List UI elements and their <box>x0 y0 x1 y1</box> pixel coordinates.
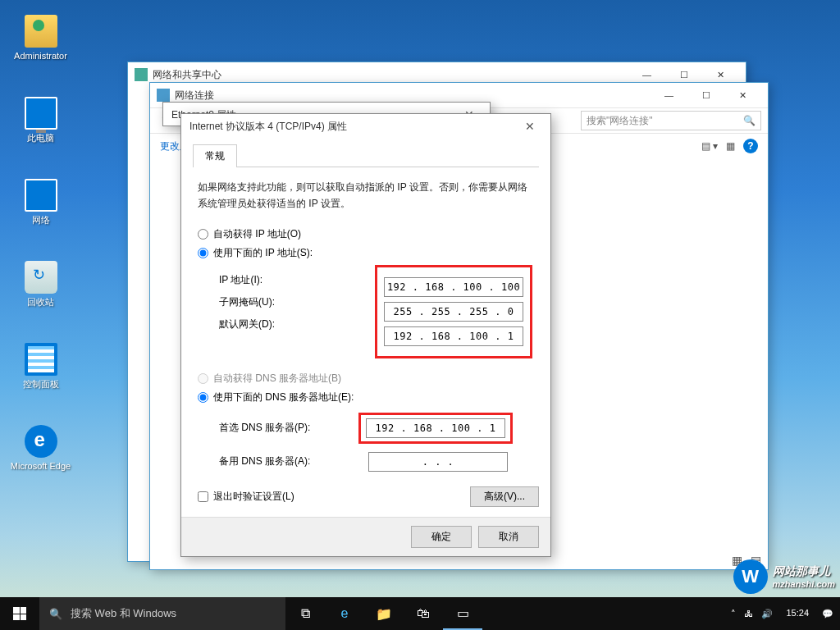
radio-auto-ip-row[interactable]: 自动获得 IP 地址(O) <box>198 227 534 241</box>
close-button[interactable]: ✕ <box>724 84 761 107</box>
network-center-icon <box>135 68 148 81</box>
help-icon[interactable]: ? <box>743 139 758 153</box>
tray-notifications-icon[interactable]: 💬 <box>822 609 833 619</box>
taskbar-search[interactable]: 🔍 搜索 Web 和 Windows <box>39 597 285 630</box>
watermark: W 网站那事儿 mzhanshi.com <box>733 559 835 594</box>
edge-icon <box>25 425 57 458</box>
dns1-label: 首选 DNS 服务器(P): <box>219 421 358 435</box>
view-details-button[interactable]: ▦ <box>726 140 735 152</box>
mask-input[interactable]: 255 . 255 . 255 . 0 <box>384 302 523 322</box>
desktop-icon-this-pc[interactable]: 此电脑 <box>10 97 71 144</box>
desktop-icon-recycle-bin[interactable]: 回收站 <box>10 261 71 308</box>
radio-static-ip[interactable] <box>198 248 208 258</box>
desktop-icon-administrator[interactable]: Administrator <box>10 15 71 62</box>
radio-static-dns[interactable] <box>198 392 208 403</box>
validate-row: 退出时验证设置(L) 高级(V)... <box>198 486 539 507</box>
window-title-text: 网络和共享中心 <box>153 68 221 82</box>
advanced-button[interactable]: 高级(V)... <box>470 486 539 507</box>
taskbar-explorer-icon[interactable]: 📁 <box>364 597 404 630</box>
search-box[interactable]: 搜索"网络连接" 🔍 <box>581 111 761 130</box>
window-title-text: 网络连接 <box>175 89 214 103</box>
search-icon: 🔍 <box>49 608 62 620</box>
dialog-footer: 确定 取消 <box>181 517 550 556</box>
radio-auto-dns <box>198 373 208 384</box>
dns2-label: 备用 DNS 服务器(A): <box>219 454 358 468</box>
tray-clock[interactable]: 15:24 <box>781 608 814 619</box>
dns-group: 自动获得 DNS 服务器地址(B) 使用下面的 DNS 服务器地址(E): 首选… <box>198 372 534 472</box>
start-button[interactable] <box>0 597 39 630</box>
recycle-bin-icon <box>25 261 57 294</box>
radio-static-dns-row[interactable]: 使用下面的 DNS 服务器地址(E): <box>198 390 534 404</box>
gateway-label: 默认网关(D): <box>219 317 358 331</box>
tab-strip: 常规 <box>193 144 539 167</box>
user-folder-icon <box>25 15 57 48</box>
taskbar-app-icon[interactable]: ▭ <box>443 597 482 630</box>
tab-general[interactable]: 常规 <box>193 144 237 167</box>
taskbar-edge-icon[interactable]: e <box>325 597 364 630</box>
system-tray[interactable]: ˄ 🖧 🔊 15:24 💬 <box>731 597 840 630</box>
ip-highlight-box: 192 . 168 . 100 . 100 255 . 255 . 255 . … <box>375 265 532 358</box>
mask-label: 子网掩码(U): <box>219 295 358 309</box>
maximize-button[interactable]: ☐ <box>687 84 724 107</box>
dialog-title-text: Internet 协议版本 4 (TCP/IPv4) 属性 <box>189 120 347 134</box>
watermark-badge-icon: W <box>733 559 768 594</box>
close-button[interactable]: ✕ <box>518 117 542 135</box>
tray-network-icon[interactable]: 🖧 <box>744 609 753 619</box>
dialog-titlebar[interactable]: Internet 协议版本 4 (TCP/IPv4) 属性 ✕ <box>181 114 550 139</box>
dns2-input[interactable]: . . . <box>368 452 508 472</box>
taskbar[interactable]: 🔍 搜索 Web 和 Windows ⧉ e 📁 🛍 ▭ ˄ 🖧 🔊 15:24… <box>0 597 840 630</box>
radio-auto-ip[interactable] <box>198 229 208 240</box>
ip-group: 自动获得 IP 地址(O) 使用下面的 IP 地址(S): IP 地址(I): … <box>198 227 534 358</box>
dns2-row: 备用 DNS 服务器(A): . . . <box>219 452 534 472</box>
view-layout-button[interactable]: ▤ ▾ <box>701 140 718 152</box>
ip-label: IP 地址(I): <box>219 273 358 287</box>
radio-static-ip-row[interactable]: 使用下面的 IP 地址(S): <box>198 246 534 260</box>
radio-auto-dns-row: 自动获得 DNS 服务器地址(B) <box>198 372 534 386</box>
tray-volume-icon[interactable]: 🔊 <box>761 609 773 619</box>
dialog-ipv4-properties[interactable]: Internet 协议版本 4 (TCP/IPv4) 属性 ✕ 常规 如果网络支… <box>180 113 551 557</box>
ip-input[interactable]: 192 . 168 . 100 . 100 <box>384 277 523 297</box>
gateway-input[interactable]: 192 . 168 . 100 . 1 <box>384 326 523 346</box>
desktop-icon-edge[interactable]: Microsoft Edge <box>10 425 71 472</box>
desktop-icon-network[interactable]: 网络 <box>10 179 71 226</box>
dns1-highlight-box: 192 . 168 . 100 . 1 <box>358 413 513 444</box>
minimize-button[interactable]: — <box>651 84 687 107</box>
control-panel-icon <box>25 343 57 376</box>
search-icon: 🔍 <box>743 115 756 126</box>
dns1-input[interactable]: 192 . 168 . 100 . 1 <box>366 418 505 438</box>
windows-logo-icon <box>13 607 26 620</box>
pc-icon <box>25 97 57 130</box>
validate-checkbox[interactable] <box>198 491 208 502</box>
network-connections-icon <box>157 89 170 102</box>
desktop-icon-control-panel[interactable]: 控制面板 <box>10 343 71 390</box>
dns1-row: 首选 DNS 服务器(P): 192 . 168 . 100 . 1 <box>219 413 534 444</box>
intro-text: 如果网络支持此功能，则可以获取自动指派的 IP 设置。否则，你需要从网络系统管理… <box>198 179 534 212</box>
task-view-button[interactable]: ⧉ <box>285 597 325 630</box>
cancel-button[interactable]: 取消 <box>478 526 539 548</box>
network-icon <box>25 179 57 212</box>
taskbar-store-icon[interactable]: 🛍 <box>404 597 443 630</box>
tray-up-icon[interactable]: ˄ <box>731 609 736 619</box>
ok-button[interactable]: 确定 <box>411 526 472 548</box>
